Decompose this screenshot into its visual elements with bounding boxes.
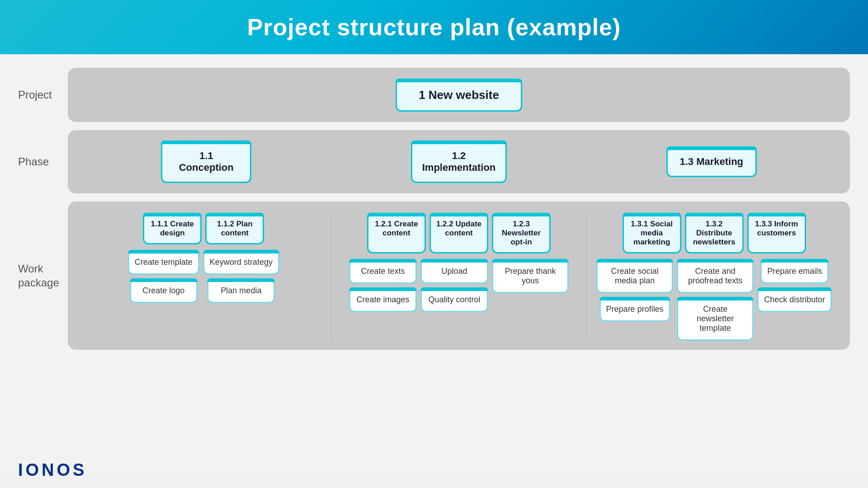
footer: IONOS [18, 460, 87, 480]
wp-phase-section-1.2: 1.2.1 Create content1.2.2 Update content… [337, 213, 581, 312]
subphase-row-1.2: 1.2.1 Create content1.2.2 Update content… [367, 213, 551, 253]
work-node-check-distributor: Check distributor [757, 287, 832, 312]
subphase-node-1.1.1: 1.1.1 Create design [143, 213, 202, 244]
project-row-content: 1 New website [68, 68, 850, 122]
subphase-node-1.3.2: 1.3.2 Distribute newsletters [685, 213, 744, 253]
work-col-1.3.1: Create social media planPrepare profiles [596, 259, 673, 341]
page-title: Project structure plan (example) [247, 14, 621, 41]
logo: IONOS [18, 460, 87, 480]
work-node-prepare-emails: Prepare emails [760, 259, 829, 284]
work-node-create-newsletter-template: Create newsletter template [677, 297, 754, 341]
work-node-keyword-strategy: Keyword strategy [203, 250, 279, 275]
phase-node-1.1: 1.1 Conception [161, 141, 251, 183]
work-col-1.2.2: UploadQuality control [420, 259, 488, 312]
subphase-node-1.2.3: 1.2.3 Newsletter opt-in [492, 213, 551, 253]
work-items-row-1.3: Create social media planPrepare profiles… [596, 259, 832, 341]
subphase-node-1.2.1: 1.2.1 Create content [367, 213, 426, 253]
work-col-1.3.3: Prepare emailsCheck distributor [757, 259, 832, 341]
phase-col-1.1: 1.1 Conception [161, 141, 251, 183]
work-items-row-1.1: Create templateCreate logoKeyword strate… [128, 250, 279, 303]
phase-col-1.3: 1.3 Marketing [666, 146, 757, 177]
work-node-create-texts: Create texts [349, 259, 417, 284]
work-node-prepare-thank-yous: Prepare thank yous [492, 259, 569, 293]
workpkg-row-content: 1.1.1 Create design1.1.2 Plan contentCre… [68, 202, 850, 350]
project-node: 1 New website [396, 79, 522, 112]
phase-node-1.2: 1.2 Implementation [411, 141, 507, 183]
subphase-node-1.1.2: 1.1.2 Plan content [205, 213, 264, 244]
work-node-create-social-media-plan: Create social media plan [596, 259, 673, 293]
work-items-row-1.2: Create textsCreate imagesUploadQuality c… [349, 259, 569, 312]
work-node-quality-control: Quality control [420, 287, 488, 312]
work-col-1.3.2: Create and proofread textsCreate newslet… [677, 259, 754, 341]
workpkg-label: Workpackage [18, 202, 68, 350]
project-row: Project 1 New website [18, 68, 850, 122]
work-node-create-logo: Create logo [130, 278, 198, 303]
work-col-1.1.2: Keyword strategyPlan media [203, 250, 279, 303]
work-node-create-images: Create images [349, 287, 417, 312]
wp-phase-section-1.1: 1.1.1 Create design1.1.2 Plan contentCre… [81, 213, 326, 303]
subphase-row-1.3: 1.3.1 Social media marketing1.3.2 Distri… [623, 213, 806, 253]
subphase-node-1.3.3: 1.3.3 Inform customers [747, 213, 806, 253]
wp-full: 1.1.1 Create design1.1.2 Plan contentCre… [81, 213, 836, 341]
work-col-1.2.1: Create textsCreate images [349, 259, 417, 312]
subphase-row-1.1: 1.1.1 Create design1.1.2 Plan content [143, 213, 264, 244]
work-col-1.1.1: Create templateCreate logo [128, 250, 199, 303]
work-node-plan-media: Plan media [207, 278, 275, 303]
phases-container: 1.1 Conception1.2 Implementation1.3 Mark… [81, 141, 836, 183]
phase-col-1.2: 1.2 Implementation [411, 141, 507, 183]
section-divider-1 [586, 213, 587, 341]
work-node-upload: Upload [420, 259, 488, 284]
work-node-create-and-proofread-texts: Create and proofread texts [677, 259, 754, 293]
work-node-prepare-profiles: Prepare profiles [599, 297, 670, 322]
work-node-create-template: Create template [128, 250, 199, 275]
header: Project structure plan (example) [0, 0, 868, 54]
subphase-node-1.3.1: 1.3.1 Social media marketing [623, 213, 681, 253]
section-divider-0 [331, 213, 332, 341]
phase-row-content: 1.1 Conception1.2 Implementation1.3 Mark… [68, 130, 850, 193]
phase-node-1.3: 1.3 Marketing [666, 146, 757, 177]
wp-phase-section-1.3: 1.3.1 Social media marketing1.3.2 Distri… [592, 213, 836, 341]
workpkg-row: Workpackage 1.1.1 Create design1.1.2 Pla… [18, 202, 850, 350]
phase-label: Phase [18, 130, 68, 193]
main-content: Project 1 New website Phase 1.1 Concepti… [0, 54, 868, 470]
work-col-1.2.3: Prepare thank yous [492, 259, 569, 312]
project-label: Project [18, 68, 68, 122]
subphase-node-1.2.2: 1.2.2 Update content [429, 213, 488, 253]
phase-row: Phase 1.1 Conception1.2 Implementation1.… [18, 130, 850, 193]
